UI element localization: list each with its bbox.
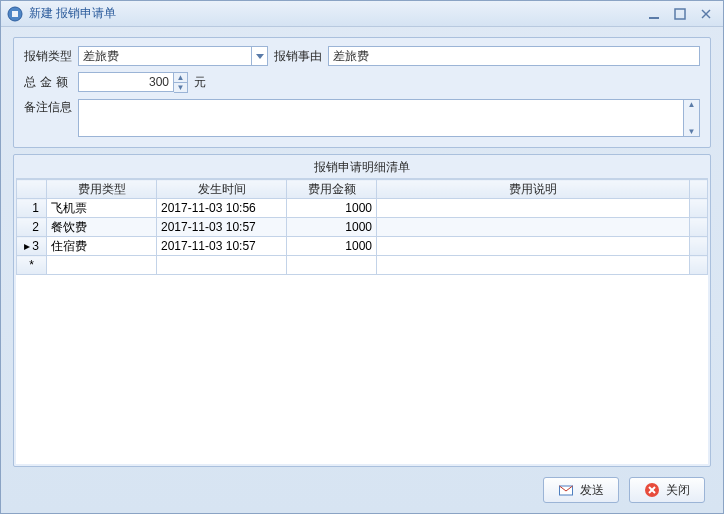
grid-header-row: 费用类型 发生时间 费用金额 费用说明 [17,180,708,199]
maximize-button[interactable] [669,6,691,22]
col-amount[interactable]: 费用金额 [287,180,377,199]
footer-bar: 发送 关闭 [13,473,711,505]
cell-amount[interactable]: 1000 [287,199,377,218]
table-row[interactable]: 2餐饮费2017-11-03 10:571000 [17,218,708,237]
svg-rect-3 [675,9,685,19]
detail-grid-title: 报销申请明细清单 [16,157,708,179]
cell-type[interactable]: 飞机票 [47,199,157,218]
close-button[interactable]: 关闭 [629,477,705,503]
remark-label: 备注信息 [24,99,72,116]
remark-textarea[interactable] [78,99,684,137]
close-icon [644,482,660,498]
cell-time[interactable]: 2017-11-03 10:57 [157,218,287,237]
col-index [17,180,47,199]
type-combo[interactable]: 差旅费 [78,46,268,66]
col-pad [690,180,708,199]
cell-desc[interactable] [377,237,690,256]
detail-grid[interactable]: 费用类型 发生时间 费用金额 费用说明 1飞机票2017-11-03 10:56… [16,179,708,464]
send-button[interactable]: 发送 [543,477,619,503]
client-area: 报销类型 差旅费 报销事由 总金额 ▲ ▼ [1,27,723,513]
envelope-icon [558,482,574,498]
minimize-button[interactable] [643,6,665,22]
cell-desc[interactable] [377,199,690,218]
app-window: 新建 报销申请单 报销类型 差旅费 报销事由 [0,0,724,514]
col-type[interactable]: 费用类型 [47,180,157,199]
row-index: ▸3 [17,237,47,256]
reason-label: 报销事由 [274,48,322,65]
type-label: 报销类型 [24,48,72,65]
title-bar: 新建 报销申请单 [1,1,723,27]
spin-up-icon[interactable]: ▲ [174,73,187,83]
spin-down-icon[interactable]: ▼ [174,83,187,92]
row-index: 2 [17,218,47,237]
scroll-up-icon: ▲ [688,100,696,109]
total-amount-input[interactable] [78,72,174,92]
table-row[interactable]: 1飞机票2017-11-03 10:561000 [17,199,708,218]
total-label: 总金额 [24,74,72,91]
detail-grid-panel: 报销申请明细清单 费用类型 发生时间 费用金额 费用说明 [13,154,711,467]
reason-input[interactable] [328,46,700,66]
type-combo-value: 差旅费 [83,48,119,65]
row-index: 1 [17,199,47,218]
table-row[interactable]: ▸3住宿费2017-11-03 10:571000 [17,237,708,256]
col-time[interactable]: 发生时间 [157,180,287,199]
cell-type[interactable]: 住宿费 [47,237,157,256]
row-index-new: * [17,256,47,275]
close-window-button[interactable] [695,6,717,22]
remark-scrollbar[interactable]: ▲ ▼ [684,99,700,137]
svg-marker-6 [256,54,264,59]
cell-time[interactable]: 2017-11-03 10:57 [157,237,287,256]
send-button-label: 发送 [580,482,604,499]
cell-type[interactable]: 餐饮费 [47,218,157,237]
cell-time[interactable]: 2017-11-03 10:56 [157,199,287,218]
cell-amount[interactable]: 1000 [287,218,377,237]
window-title: 新建 报销申请单 [29,5,116,22]
close-button-label: 关闭 [666,482,690,499]
svg-rect-2 [649,17,659,19]
total-unit: 元 [194,74,206,91]
table-new-row[interactable]: * [17,256,708,275]
cell-desc[interactable] [377,218,690,237]
app-icon [7,6,23,22]
total-amount-spinner[interactable]: ▲ ▼ [174,72,188,93]
form-panel: 报销类型 差旅费 报销事由 总金额 ▲ ▼ [13,37,711,148]
cell-amount[interactable]: 1000 [287,237,377,256]
cell-pad [690,237,708,256]
chevron-down-icon [251,47,267,65]
cell-pad [690,199,708,218]
svg-rect-1 [12,11,18,17]
cell-pad [690,218,708,237]
scroll-down-icon: ▼ [688,127,696,136]
col-desc[interactable]: 费用说明 [377,180,690,199]
